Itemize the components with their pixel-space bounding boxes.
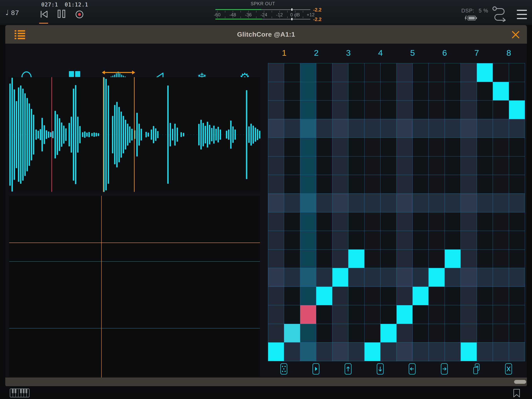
grid-cell[interactable] xyxy=(397,82,412,101)
grid-cell[interactable] xyxy=(429,342,444,361)
random-button[interactable] xyxy=(280,363,288,375)
grid-cell[interactable] xyxy=(268,212,284,231)
grid-cell[interactable] xyxy=(332,101,348,119)
grid-cell[interactable] xyxy=(316,82,332,101)
grid-cell[interactable] xyxy=(380,342,396,361)
grid-cell[interactable] xyxy=(429,175,444,193)
grid-cell[interactable] xyxy=(348,101,364,119)
signal-flow-icon[interactable] xyxy=(492,6,507,22)
grid-cell[interactable] xyxy=(429,138,444,156)
grid-cell[interactable] xyxy=(380,156,396,175)
grid-cell[interactable] xyxy=(268,101,284,119)
grid-cell[interactable] xyxy=(365,342,380,361)
grid-cell[interactable] xyxy=(316,101,332,119)
grid-cell[interactable] xyxy=(461,212,476,231)
grid-cell[interactable] xyxy=(493,138,509,156)
grid-cell[interactable] xyxy=(429,250,444,268)
grid-cell[interactable] xyxy=(348,250,364,268)
grid-cell[interactable] xyxy=(493,231,509,249)
waveform-display[interactable] xyxy=(9,77,260,192)
grid-cell[interactable] xyxy=(268,342,284,361)
grid-cell[interactable] xyxy=(445,305,461,324)
grid-cell[interactable] xyxy=(445,101,461,119)
grid-cell[interactable] xyxy=(429,268,444,287)
grid-cell[interactable] xyxy=(380,194,396,212)
grid-cell[interactable] xyxy=(300,175,316,193)
grid-cell[interactable] xyxy=(380,324,396,342)
grid-cell[interactable] xyxy=(380,63,396,82)
grid-cell[interactable] xyxy=(332,250,348,268)
grid-cell[interactable] xyxy=(348,212,364,231)
grid-cell[interactable] xyxy=(413,342,428,361)
grid-cell[interactable] xyxy=(365,212,380,231)
grid-cell[interactable] xyxy=(332,212,348,231)
grid-cell[interactable] xyxy=(477,119,493,138)
grid-cell[interactable] xyxy=(397,63,412,82)
grid-cell[interactable] xyxy=(397,194,412,212)
grid-cell[interactable] xyxy=(332,287,348,305)
grid-cell[interactable] xyxy=(268,63,284,82)
grid-cell[interactable] xyxy=(397,101,412,119)
grid-cell[interactable] xyxy=(445,194,461,212)
grid-cell[interactable] xyxy=(509,175,525,193)
grid-cell[interactable] xyxy=(332,138,348,156)
grid-cell[interactable] xyxy=(365,138,380,156)
grid-cell[interactable] xyxy=(348,82,364,101)
grid-cell[interactable] xyxy=(413,287,428,305)
grid-cell[interactable] xyxy=(300,250,316,268)
grid-cell[interactable] xyxy=(316,119,332,138)
grid-cell[interactable] xyxy=(413,82,428,101)
grid-cell[interactable] xyxy=(316,138,332,156)
grid-cell[interactable] xyxy=(380,231,396,249)
grid-cell[interactable] xyxy=(316,156,332,175)
grid-cell[interactable] xyxy=(477,175,493,193)
grid-cell[interactable] xyxy=(397,138,412,156)
grid-cell[interactable] xyxy=(509,212,525,231)
grid-cell[interactable] xyxy=(429,82,444,101)
grid-cell[interactable] xyxy=(365,268,380,287)
grid-cell[interactable] xyxy=(445,119,461,138)
grid-cell[interactable] xyxy=(429,212,444,231)
grid-cell[interactable] xyxy=(300,194,316,212)
grid-cell[interactable] xyxy=(413,250,428,268)
grid-cell[interactable] xyxy=(332,156,348,175)
grid-cell[interactable] xyxy=(268,268,284,287)
grid-cell[interactable] xyxy=(477,324,493,342)
selection-start-line[interactable] xyxy=(103,77,104,192)
grid-cell[interactable] xyxy=(461,175,476,193)
grid-cell[interactable] xyxy=(477,305,493,324)
grid-cell[interactable] xyxy=(316,342,332,361)
grid-cell[interactable] xyxy=(268,194,284,212)
grid-cell[interactable] xyxy=(348,268,364,287)
grid-cell[interactable] xyxy=(268,324,284,342)
grid-cell[interactable] xyxy=(477,268,493,287)
grid-cell[interactable] xyxy=(397,119,412,138)
grid-cell[interactable] xyxy=(509,324,525,342)
grid-cell[interactable] xyxy=(268,250,284,268)
grid-cell[interactable] xyxy=(284,138,300,156)
grid-cell[interactable] xyxy=(509,194,525,212)
grid-cell[interactable] xyxy=(348,324,364,342)
grid-cell[interactable] xyxy=(300,119,316,138)
grid-cell[interactable] xyxy=(429,101,444,119)
grid-cell[interactable] xyxy=(429,305,444,324)
grid-cell[interactable] xyxy=(445,212,461,231)
grid-cell[interactable] xyxy=(477,101,493,119)
grid-cell[interactable] xyxy=(477,194,493,212)
grid-cell[interactable] xyxy=(445,138,461,156)
grid-cell[interactable] xyxy=(493,119,509,138)
grid-cell[interactable] xyxy=(284,305,300,324)
grid-cell[interactable] xyxy=(461,268,476,287)
xy-edit-panel[interactable] xyxy=(9,196,260,377)
grid-cell[interactable] xyxy=(300,305,316,324)
grid-cell[interactable] xyxy=(493,250,509,268)
grid-cell[interactable] xyxy=(429,119,444,138)
grid-cell[interactable] xyxy=(509,342,525,361)
grid-cell[interactable] xyxy=(380,287,396,305)
shift-left-button[interactable] xyxy=(409,363,416,375)
grid-cell[interactable] xyxy=(268,156,284,175)
grid-cell[interactable] xyxy=(493,287,509,305)
grid-cell[interactable] xyxy=(284,82,300,101)
grid-cell[interactable] xyxy=(300,101,316,119)
grid-cell[interactable] xyxy=(332,342,348,361)
